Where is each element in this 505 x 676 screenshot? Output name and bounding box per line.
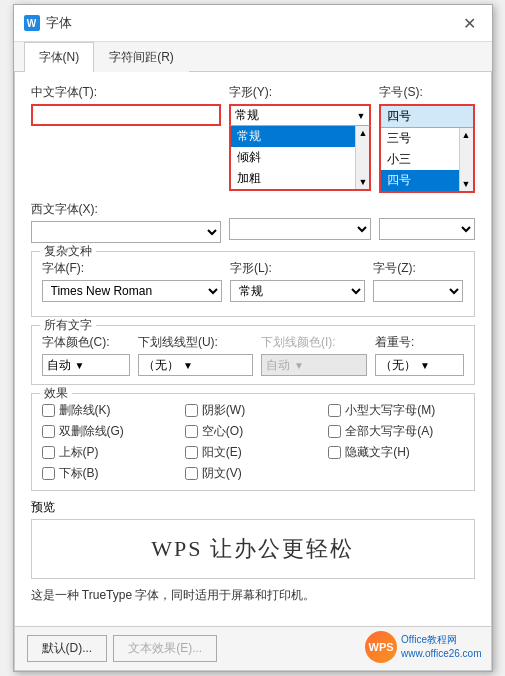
watermark-line1: Office教程网 [401, 633, 481, 647]
effect-shadow[interactable]: 阴影(W) [185, 402, 320, 419]
effect-engrave[interactable]: 阴文(V) [185, 465, 320, 482]
style-dropdown-arrow: ▼ [356, 111, 365, 121]
effect-emboss-label: 阳文(E) [202, 444, 242, 461]
effect-emboss-checkbox[interactable] [185, 446, 198, 459]
effect-superscript[interactable]: 上标(P) [42, 444, 177, 461]
footer-buttons: 默认(D)... 文本效果(E)... [27, 635, 218, 662]
underline-value: （无） [143, 357, 179, 374]
effect-subscript[interactable]: 下标(B) [42, 465, 177, 482]
effect-strikethrough-checkbox[interactable] [42, 404, 55, 417]
scrollbar-down-arrow[interactable]: ▼ [358, 177, 367, 187]
style-option-bold[interactable]: 加粗 [231, 168, 370, 189]
close-button[interactable]: ✕ [458, 11, 482, 35]
complex-size-label: 字号(Z): [373, 260, 463, 277]
effect-strikethrough-label: 删除线(K) [59, 402, 111, 419]
effect-all-caps-checkbox[interactable] [328, 425, 341, 438]
color-value: 自动 [47, 357, 71, 374]
emphasis-button[interactable]: （无） ▼ [375, 354, 463, 376]
effect-small-caps-label: 小型大写字母(M) [345, 402, 435, 419]
all-text-title: 所有文字 [40, 317, 96, 334]
effect-shadow-checkbox[interactable] [185, 404, 198, 417]
color-button[interactable]: 自动 ▼ [42, 354, 130, 376]
underline-color-button[interactable]: 自动 ▼ [261, 354, 367, 376]
effect-double-strike-checkbox[interactable] [42, 425, 55, 438]
complex-font-select[interactable]: Times New Roman [42, 280, 222, 302]
effect-emboss[interactable]: 阳文(E) [185, 444, 320, 461]
underline-color-group: 下划线颜色(I): 自动 ▼ [261, 334, 367, 376]
dialog-content: 中文字体(T): 宋体 字形(Y): 常规 ▼ 常规 倾斜 加粗 [14, 72, 492, 626]
effect-double-strike-label: 双删除线(G) [59, 423, 124, 440]
size-scrollbar-down[interactable]: ▼ [462, 179, 471, 189]
complex-section: 复杂文种 字体(F): Times New Roman 字形(L): 常规 字号… [31, 251, 475, 317]
western-style-select[interactable] [229, 218, 372, 240]
underline-arrow-icon: ▼ [183, 360, 193, 371]
default-button[interactable]: 默认(D)... [27, 635, 108, 662]
complex-style-select[interactable]: 常规 [230, 280, 365, 302]
effect-small-caps-checkbox[interactable] [328, 404, 341, 417]
western-size-select[interactable] [379, 218, 474, 240]
size-label: 字号(S): [379, 84, 474, 101]
color-group: 字体颜色(C): 自动 ▼ [42, 334, 130, 376]
color-label: 字体颜色(C): [42, 334, 130, 351]
size-field-group: 字号(S): 四号 三号 小三 四号 ▲ ▼ [379, 84, 474, 193]
font-dialog: W 字体 ✕ 字体(N) 字符间距(R) 中文字体(T): 宋体 字形(Y): … [13, 4, 493, 672]
dialog-footer: 默认(D)... 文本效果(E)... WPS Office教程网 www.of… [14, 626, 492, 671]
underline-label: 下划线线型(U): [138, 334, 253, 351]
text-effect-button[interactable]: 文本效果(E)... [113, 635, 217, 662]
all-text-section: 所有文字 字体颜色(C): 自动 ▼ 下划线线型(U): （无） ▼ [31, 325, 475, 385]
all-text-fields: 字体颜色(C): 自动 ▼ 下划线线型(U): （无） ▼ 下划线颜色(I): [42, 334, 464, 376]
western-style-group: ​ [229, 201, 372, 240]
underline-color-label: 下划线颜色(I): [261, 334, 367, 351]
style-label: 字形(Y): [229, 84, 372, 101]
effect-all-caps[interactable]: 全部大写字母(A) [328, 423, 463, 440]
complex-section-title: 复杂文种 [40, 243, 96, 260]
underline-button[interactable]: （无） ▼ [138, 354, 253, 376]
tab-spacing[interactable]: 字符间距(R) [94, 42, 189, 72]
watermark-logo: WPS [365, 631, 397, 663]
complex-font-label: 字体(F): [42, 260, 222, 277]
effect-superscript-checkbox[interactable] [42, 446, 55, 459]
complex-size-select[interactable] [373, 280, 463, 302]
effect-outline-checkbox[interactable] [185, 425, 198, 438]
effect-hidden-checkbox[interactable] [328, 446, 341, 459]
color-arrow-icon: ▼ [75, 360, 85, 371]
effect-subscript-label: 下标(B) [59, 465, 99, 482]
emphasis-group: 着重号: （无） ▼ [375, 334, 463, 376]
effect-hidden-label: 隐藏文字(H) [345, 444, 410, 461]
effect-strikethrough[interactable]: 删除线(K) [42, 402, 177, 419]
style-dropdown[interactable]: 常规 ▼ 常规 倾斜 加粗 ▲ ▼ [229, 104, 372, 191]
emphasis-arrow-icon: ▼ [420, 360, 430, 371]
emphasis-label: 着重号: [375, 334, 463, 351]
western-font-select[interactable] [31, 221, 221, 243]
title-bar-left: W 字体 [24, 14, 72, 32]
preview-section: 预览 WPS 让办公更轻松 [31, 499, 475, 579]
preview-box: WPS 让办公更轻松 [31, 519, 475, 579]
style-option-italic[interactable]: 倾斜 [231, 147, 370, 168]
title-bar: W 字体 ✕ [14, 5, 492, 42]
app-icon: W [24, 15, 40, 31]
tab-font[interactable]: 字体(N) [24, 42, 95, 72]
western-font-group: 西文字体(X): [31, 201, 221, 243]
effect-small-caps[interactable]: 小型大写字母(M) [328, 402, 463, 419]
effect-double-strike[interactable]: 双删除线(G) [42, 423, 177, 440]
effect-outline[interactable]: 空心(O) [185, 423, 320, 440]
effect-outline-label: 空心(O) [202, 423, 243, 440]
complex-style-label: 字形(L): [230, 260, 365, 277]
effect-shadow-label: 阴影(W) [202, 402, 245, 419]
effect-subscript-checkbox[interactable] [42, 467, 55, 480]
complex-size-group: 字号(Z): [373, 260, 463, 302]
watermark: WPS Office教程网 www.office26.com [365, 631, 481, 663]
effect-all-caps-label: 全部大写字母(A) [345, 423, 433, 440]
style-current-value: 常规 [235, 107, 259, 124]
chinese-font-input[interactable]: 宋体 [31, 104, 221, 126]
size-scrollbar-up[interactable]: ▲ [462, 130, 471, 140]
scrollbar-up-arrow[interactable]: ▲ [358, 128, 367, 138]
dialog-title: 字体 [46, 14, 72, 32]
effect-hidden[interactable]: 隐藏文字(H) [328, 444, 463, 461]
complex-fields-row: 字体(F): Times New Roman 字形(L): 常规 字号(Z): [42, 260, 464, 302]
effect-engrave-checkbox[interactable] [185, 467, 198, 480]
font-info-text: 这是一种 TrueType 字体，同时适用于屏幕和打印机。 [31, 587, 475, 604]
style-option-regular[interactable]: 常规 [231, 126, 370, 147]
complex-style-group: 字形(L): 常规 [230, 260, 365, 302]
underline-color-value: 自动 [266, 357, 290, 374]
